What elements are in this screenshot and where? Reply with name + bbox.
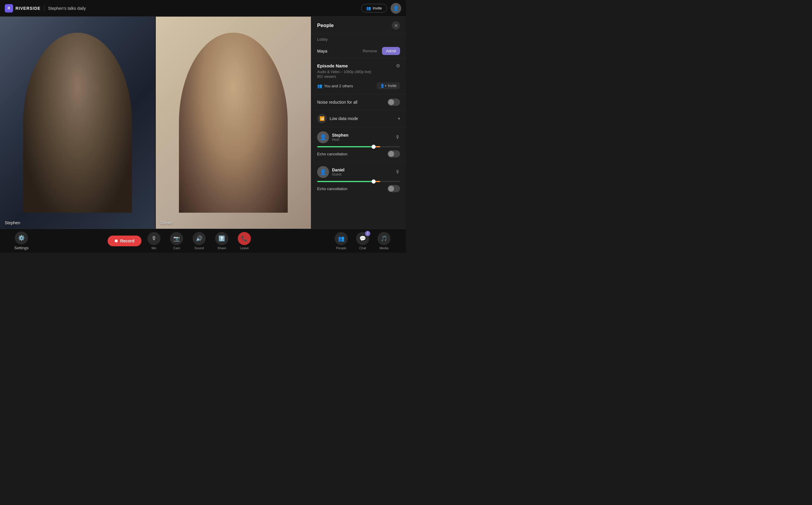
lobby-actions: Remove Admit <box>360 47 400 55</box>
media-label: Media <box>380 246 389 250</box>
riverside-logo-icon: R <box>5 4 13 12</box>
participants-row: 👥 You and 2 others 👤+ Invite <box>317 82 400 90</box>
mic-label: Mic <box>152 246 157 250</box>
daniel-video-label: Daniel <box>160 220 172 225</box>
participants-text: You and 2 others <box>324 84 353 88</box>
main-area: Stephen Daniel People ✕ Lobby Maya Remov… <box>0 17 406 229</box>
toolbar: ⚙️ Settings Record 🎙 Mic 📷 Cam 🔊 Sound ⬆… <box>0 229 406 252</box>
toolbar-left: ⚙️ Settings <box>12 229 31 252</box>
sound-button[interactable]: 🔊 Sound <box>189 230 209 252</box>
session-title: Stephen's talks daily <box>48 6 357 11</box>
participants-info: 👥 You and 2 others <box>317 83 353 88</box>
share-button[interactable]: ⬆️ Share <box>212 230 232 252</box>
stephen-silhouette <box>23 33 132 213</box>
header-divider <box>44 5 44 11</box>
daniel-echo-row: Echo cancellation <box>317 185 400 192</box>
invite-button[interactable]: 👥 Invite <box>361 4 387 12</box>
record-button[interactable]: Record <box>108 235 141 246</box>
lobby-section-label: Lobby <box>311 34 406 44</box>
settings-icon: ⚙️ <box>15 231 28 244</box>
panel-header: People ✕ <box>311 17 406 34</box>
cam-icon: 📷 <box>170 232 183 245</box>
episode-header: Episode Name ⚙ <box>317 63 400 68</box>
invite-label: Invite <box>373 6 382 10</box>
people-icon: 👥 <box>335 232 348 245</box>
stephen-video-bg <box>0 17 155 229</box>
settings-button[interactable]: ⚙️ Settings <box>12 229 31 252</box>
daniel-volume-bar[interactable] <box>317 181 400 182</box>
participant-card-stephen: 👤 Stephen Host 🎙 Echo cancellation <box>311 127 406 162</box>
leave-button[interactable]: 📞 Leave <box>234 230 254 252</box>
chat-button[interactable]: 💬 2 Chat <box>353 230 373 252</box>
mic-button[interactable]: 🎙 Mic <box>144 230 164 252</box>
participants-icon: 👥 <box>317 83 322 88</box>
participant-info-stephen: 👤 Stephen Host 🎙 <box>317 131 400 143</box>
noise-reduction-toggle[interactable] <box>388 99 400 106</box>
daniel-role: Guest <box>332 172 392 176</box>
daniel-avatar: 👤 <box>317 166 329 178</box>
lobby-person-name: Maya <box>317 49 327 53</box>
daniel-silhouette <box>179 33 287 213</box>
admit-button[interactable]: Admit <box>382 47 400 55</box>
video-area: Stephen Daniel <box>0 17 311 229</box>
noise-reduction-label: Noise reduction for all <box>317 100 357 105</box>
panel-title: People <box>317 23 334 28</box>
media-button[interactable]: 🎵 Media <box>374 230 394 252</box>
daniel-echo-toggle[interactable] <box>388 185 400 192</box>
stephen-avatar: 👤 <box>317 131 329 143</box>
chat-label: Chat <box>359 246 366 250</box>
toolbar-center: Record 🎙 Mic 📷 Cam 🔊 Sound ⬆️ Share 📞 Le… <box>108 230 254 252</box>
mic-icon: 🎙 <box>147 232 160 245</box>
video-panel-stephen: Stephen <box>0 17 155 229</box>
remove-button[interactable]: Remove <box>360 47 379 54</box>
daniel-volume-fill-green <box>317 181 374 182</box>
app-header: R RIVERSIDE Stephen's talks daily 👥 Invi… <box>0 0 406 17</box>
low-data-mode-row[interactable]: 📶 Low data mode ▾ <box>311 110 406 127</box>
stephen-volume-slider[interactable] <box>317 146 400 147</box>
daniel-echo-label: Echo cancellation <box>317 187 348 191</box>
stephen-echo-row: Echo cancellation <box>317 150 400 157</box>
leave-label: Leave <box>240 246 249 250</box>
toolbar-right: 👥 People 💬 2 Chat 🎵 Media <box>331 230 394 252</box>
daniel-details: Daniel Guest <box>332 168 392 176</box>
user-avatar-header[interactable]: 👤 <box>391 3 401 14</box>
episode-viewers: 852 viewers <box>317 74 400 79</box>
leave-icon: 📞 <box>238 232 251 245</box>
participant-card-daniel: 👤 Daniel Guest 🎙 Echo cancellation <box>311 162 406 196</box>
stephen-volume-fill-green <box>317 146 374 147</box>
cam-button[interactable]: 📷 Cam <box>166 230 187 252</box>
stephen-echo-label: Echo cancellation <box>317 152 348 156</box>
gear-icon[interactable]: ⚙ <box>396 63 400 68</box>
episode-quality: Audio & Video – 1080p (480p live) <box>317 70 400 74</box>
share-icon: ⬆️ <box>215 232 228 245</box>
sound-label: Sound <box>194 246 204 250</box>
invite-small-icon: 👤+ <box>380 84 387 88</box>
stephen-mic-icon[interactable]: 🎙 <box>395 135 400 140</box>
daniel-volume-slider[interactable] <box>317 181 400 182</box>
episode-name: Episode Name <box>317 63 348 68</box>
app-name: RIVERSIDE <box>15 6 40 11</box>
video-panel-daniel: Daniel <box>156 17 311 229</box>
chat-badge: 2 <box>365 231 370 236</box>
participants-invite-button[interactable]: 👤+ Invite <box>377 82 400 90</box>
cam-label: Cam <box>173 246 180 250</box>
participant-info-daniel: 👤 Daniel Guest 🎙 <box>317 166 400 178</box>
daniel-mic-icon[interactable]: 🎙 <box>395 169 400 175</box>
daniel-video-bg <box>156 17 311 229</box>
stephen-video-label: Stephen <box>5 220 20 225</box>
stephen-volume-bar[interactable] <box>317 146 400 147</box>
invite-small-label: Invite <box>388 84 397 88</box>
daniel-volume-thumb[interactable] <box>372 179 376 184</box>
panel-close-button[interactable]: ✕ <box>392 21 400 30</box>
chat-icon-wrap: 💬 2 <box>356 232 369 245</box>
share-label: Share <box>218 246 226 250</box>
stephen-volume-thumb[interactable] <box>372 145 376 149</box>
stephen-role: Host <box>332 138 392 142</box>
stephen-details: Stephen Host <box>332 133 392 142</box>
invite-icon: 👥 <box>366 6 371 10</box>
low-data-icon: 📶 <box>317 114 327 123</box>
stephen-echo-toggle[interactable] <box>388 150 400 157</box>
people-button[interactable]: 👥 People <box>331 230 351 252</box>
daniel-name: Daniel <box>332 168 392 172</box>
noise-reduction-row: Noise reduction for all <box>311 94 406 110</box>
